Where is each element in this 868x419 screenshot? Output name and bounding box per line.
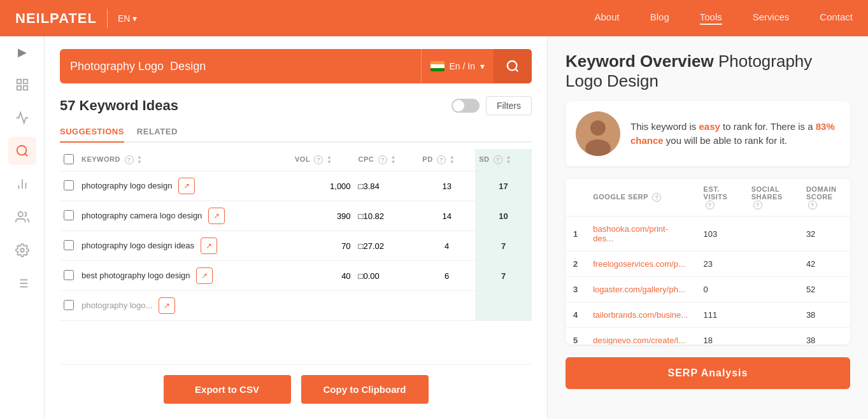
search-button[interactable] [494,49,532,83]
avatar-image [576,111,620,156]
nav-link-services[interactable]: Services [753,11,790,25]
tab-suggestions[interactable]: SUGGESTIONS [60,122,124,143]
row-checkbox[interactable] [64,270,74,280]
language-filter[interactable]: En / In ▾ [421,49,494,83]
pd-help-icon[interactable]: ? [437,155,446,164]
keyword-help-icon[interactable]: ? [125,155,134,164]
cpc-cell: □0.00 [355,261,419,291]
serp-domain: 32 [799,217,850,252]
language-selector[interactable]: EN ▾ [118,13,137,24]
easy-label: easy [699,121,720,132]
pd-cell: 4 [418,231,475,261]
svg-point-9 [18,212,22,217]
vol-cell: 70 [291,231,355,261]
vol-cell: 40 [291,261,355,291]
sidebar-toggle[interactable]: ▶ [10,43,35,62]
serp-visits: 23 [696,252,744,277]
row-checkbox[interactable] [64,210,74,220]
serp-domain: 38 [799,302,850,328]
col-keyword: KEYWORD ? ▲▼ [78,149,291,171]
sidebar-icon-keywords[interactable] [8,137,36,165]
sd-help-icon[interactable]: ? [494,155,502,164]
visits-help-icon[interactable]: ? [706,201,715,210]
serp-url[interactable]: logaster.com/gallery/ph... [585,277,695,302]
serp-visits: 103 [696,217,744,252]
nav-divider [107,9,108,28]
serp-col-visits: EST.VISITS ? [696,179,744,217]
svg-point-20 [590,120,606,136]
cpc-help-icon[interactable]: ? [378,155,387,164]
sidebar: ▶ [0,36,45,419]
table-row: photography camera logo design ↗ 390 □10… [60,201,532,231]
overview-title-bold: Keyword Overview [566,52,714,71]
keyword-link-icon[interactable]: ↗ [196,267,213,284]
sd-cell: 7 [475,231,532,261]
search-input[interactable] [60,60,421,73]
table-row: best photography logo design ↗ 40 □0.00 … [60,261,532,291]
col-cpc: CPC ? ▲▼ [355,149,419,171]
pd-cell: 6 [418,261,475,291]
shares-help-icon[interactable]: ? [753,201,762,210]
sd-sort-icons[interactable]: ▲▼ [506,155,511,165]
keyword-sort-icons[interactable]: ▲▼ [137,155,142,165]
site-logo[interactable]: NEILPATEL [15,10,97,27]
select-all-checkbox[interactable] [64,154,74,164]
col-sd: SD ? ▲▼ [475,149,532,171]
export-csv-button[interactable]: Export to CSV [164,375,291,404]
serp-domain: 52 [799,277,850,302]
serp-help-icon[interactable]: ? [652,193,661,202]
toggle-knob [453,100,464,111]
sidebar-icon-dashboard[interactable] [8,71,36,99]
filters-button[interactable]: Filters [486,96,532,115]
cpc-sort-icons[interactable]: ▲▼ [390,155,395,165]
serp-col-url: GOOGLE SERP ? [585,179,695,217]
nav-link-blog[interactable]: Blog [650,11,669,25]
search-bar: En / In ▾ [60,49,532,83]
bottom-buttons: Export to CSV Copy to Clipboard [60,364,532,406]
serp-col-domain: DOMAINSCORE ? [799,179,850,217]
vol-sort-icons[interactable]: ▲▼ [327,155,332,165]
row-checkbox[interactable] [64,240,74,250]
sidebar-icon-analytics[interactable] [8,170,36,198]
keyword-link-icon[interactable]: ↗ [201,238,217,254]
serp-visits: 0 [696,277,744,302]
serp-col-shares: SOCIALSHARES ? [744,179,799,217]
sidebar-icon-users[interactable] [8,203,36,231]
vol-help-icon[interactable]: ? [314,155,323,164]
row-checkbox[interactable] [64,180,74,190]
pd-cell: 14 [418,201,475,231]
serp-analysis-button[interactable]: SERP Analysis [566,357,850,389]
percent-label: 83% [816,121,835,132]
row-checkbox[interactable] [64,300,74,310]
keyword-cell: photography logo design ↗ [78,171,291,201]
toggle-switch[interactable] [452,99,480,113]
serp-scroll[interactable]: GOOGLE SERP ? EST.VISITS ? SOCIALSHARES … [566,179,850,344]
table-row-partial: photography logo... ↗ [60,291,532,321]
nav-link-tools[interactable]: Tools [700,11,722,25]
svg-point-17 [508,61,517,71]
serp-url[interactable]: tailorbrands.com/busine... [585,302,695,328]
domain-help-icon[interactable]: ? [808,201,817,210]
keyword-link-icon[interactable]: ↗ [178,178,195,194]
svg-point-4 [17,146,26,155]
keywords-count: 57 Keyword Ideas [60,97,178,114]
pd-sort-icons[interactable]: ▲▼ [450,155,455,165]
sd-cell: 17 [475,171,532,201]
sd-cell: 7 [475,261,532,291]
copy-clipboard-button[interactable]: Copy to Clipboard [301,375,429,404]
keyword-link-icon[interactable]: ↗ [159,297,175,314]
serp-url[interactable]: freelogoservices.com/p... [585,252,695,277]
serp-url[interactable]: designevo.com/create/l... [585,328,695,345]
serp-shares [744,328,799,345]
overview-title: Keyword Overview Photography Logo Design [566,52,850,91]
keyword-link-icon[interactable]: ↗ [208,208,225,224]
nav-link-contact[interactable]: Contact [820,11,853,25]
nav-links: About Blog Tools Services Contact [595,11,853,25]
sidebar-icon-chart[interactable] [8,104,36,132]
tab-related[interactable]: RELATED [137,122,178,141]
sd-cell: 10 [475,201,532,231]
sidebar-icon-list[interactable] [8,269,36,297]
sidebar-icon-settings[interactable] [8,236,36,264]
serp-url[interactable]: bashooka.com/print-des... [585,217,695,252]
nav-link-about[interactable]: About [595,11,620,25]
